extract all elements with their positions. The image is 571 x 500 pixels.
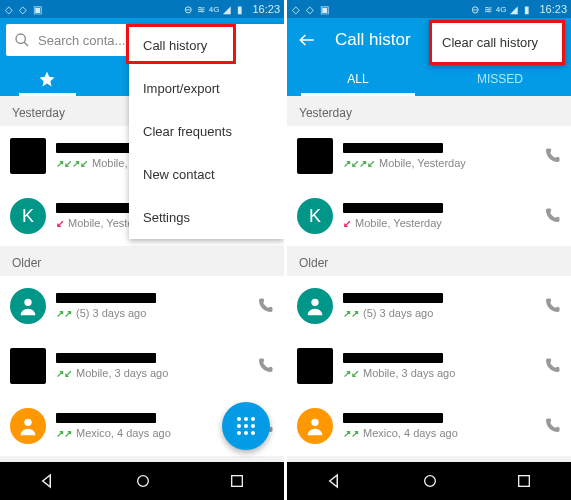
svg-point-7 (311, 419, 318, 426)
page-title: Call histor (335, 30, 411, 50)
nav-back-icon[interactable] (326, 472, 344, 490)
location-icon: ◇ (291, 4, 301, 14)
search-placeholder: Search conta... (38, 33, 125, 48)
menu-item-settings[interactable]: Settings (129, 196, 284, 239)
call-direction-icons: ↙ (343, 218, 351, 229)
signal-icon: ◢ (222, 4, 232, 14)
contact-name-redacted (343, 293, 443, 303)
phone-icon[interactable] (256, 296, 274, 316)
vibrate-icon: ≋ (483, 4, 493, 14)
call-direction-icons: ↗↙ (56, 368, 72, 379)
call-row[interactable]: ↗↙ Mobile, 3 days ago (0, 336, 284, 396)
svg-point-0 (16, 34, 25, 43)
clock: 16:23 (252, 3, 280, 15)
section-label: Yesterday (287, 96, 571, 126)
contact-name-redacted (56, 353, 156, 363)
nav-back-icon[interactable] (39, 472, 57, 490)
svg-point-8 (425, 476, 436, 487)
phone-icon[interactable] (543, 206, 561, 226)
dnd-icon: ⊖ (183, 4, 193, 14)
status-bar: ◇ ◇ ▣ ⊖ ≋ 4G ◢ ▮ 16:23 (0, 0, 284, 18)
picture-icon: ▣ (319, 4, 329, 14)
dnd-icon: ⊖ (470, 4, 480, 14)
svg-point-3 (24, 419, 31, 426)
call-row[interactable]: ↗↗ (5) 3 days ago (0, 276, 284, 336)
nav-recents-icon[interactable] (516, 473, 532, 489)
tab-favorites[interactable] (0, 62, 95, 96)
dialpad-icon (237, 417, 255, 435)
avatar (10, 348, 46, 384)
phone-icon[interactable] (543, 416, 561, 436)
avatar (10, 288, 46, 324)
menu-item-clear-frequents[interactable]: Clear frequents (129, 110, 284, 153)
phone-icon[interactable] (543, 296, 561, 316)
call-meta: ↗↗ (5) 3 days ago (56, 307, 256, 319)
avatar (297, 138, 333, 174)
call-row[interactable]: ↗↙ Mobile, 3 days ago (287, 336, 571, 396)
search-icon (14, 32, 30, 48)
call-row[interactable]: ↗↗ (5) 3 days ago (287, 276, 571, 336)
call-meta: ↗↙↗↙ Mobile, Yesterday (343, 157, 543, 169)
signal-icon: ◢ (509, 4, 519, 14)
svg-line-1 (24, 42, 28, 46)
android-navbar (0, 462, 284, 500)
menu-item-clear-call-history[interactable]: Clear call history (429, 20, 565, 65)
network-label: 4G (209, 5, 220, 14)
call-meta: ↙ Mobile, Yesterday (343, 217, 543, 229)
call-meta: ↗↗ Mexico, 4 days ago (343, 427, 543, 439)
clock: 16:23 (539, 3, 567, 15)
phone-icon[interactable] (256, 356, 274, 376)
call-row[interactable]: ↗↙↗↙ Mobile, Yesterday (287, 126, 571, 186)
call-meta: ↗↙ Mobile, 3 days ago (56, 367, 256, 379)
call-direction-icons: ↗↙↗↙ (343, 158, 375, 169)
phone-icon[interactable] (543, 356, 561, 376)
avatar (10, 138, 46, 174)
section-label: Older (0, 246, 284, 276)
contact-name-redacted (343, 413, 443, 423)
avatar (297, 288, 333, 324)
call-direction-icons: ↙ (56, 218, 64, 229)
call-direction-icons: ↗↙↗↙ (56, 158, 88, 169)
call-direction-icons: ↗↗ (56, 428, 72, 439)
history-tabs: ALL MISSED (287, 62, 571, 96)
avatar (10, 408, 46, 444)
svg-point-4 (138, 476, 149, 487)
call-list: Yesterday↗↙↗↙ Mobile, YesterdayK↙ Mobile… (287, 96, 571, 461)
star-icon (38, 70, 56, 88)
avatar: K (10, 198, 46, 234)
dialpad-fab[interactable] (222, 402, 270, 450)
battery-icon: ▮ (235, 4, 245, 14)
call-direction-icons: ↗↗ (343, 308, 359, 319)
nav-recents-icon[interactable] (229, 473, 245, 489)
call-direction-icons: ↗↗ (343, 428, 359, 439)
android-navbar (287, 462, 571, 500)
status-bar: ◇ ◇ ▣ ⊖ ≋ 4G ◢ ▮ 16:23 (287, 0, 571, 18)
menu-label: Clear call history (442, 35, 538, 50)
back-arrow-icon[interactable] (297, 30, 317, 50)
location-icon: ◇ (305, 4, 315, 14)
menu-item-import-export[interactable]: Import/export (129, 67, 284, 110)
tutorial-highlight (126, 24, 236, 64)
call-meta: ↗↗ (5) 3 days ago (343, 307, 543, 319)
contact-name-redacted (343, 203, 443, 213)
phone-icon[interactable] (543, 146, 561, 166)
nav-home-icon[interactable] (422, 473, 438, 489)
location-icon: ◇ (4, 4, 14, 14)
svg-rect-5 (232, 476, 243, 487)
avatar: K (297, 198, 333, 234)
tab-missed[interactable]: MISSED (429, 62, 571, 96)
contact-name-redacted (343, 353, 443, 363)
avatar (297, 408, 333, 444)
menu-item-new-contact[interactable]: New contact (129, 153, 284, 196)
contact-name-redacted (56, 293, 156, 303)
nav-home-icon[interactable] (135, 473, 151, 489)
contact-name-redacted (343, 143, 443, 153)
call-direction-icons: ↗↗ (56, 308, 72, 319)
phone-left-screenshot: ◇ ◇ ▣ ⊖ ≋ 4G ◢ ▮ 16:23 Search conta... C… (0, 0, 284, 500)
svg-point-6 (311, 299, 318, 306)
avatar (297, 348, 333, 384)
call-row[interactable]: ↗↗ Mexico, 4 days ago (287, 396, 571, 456)
tab-all[interactable]: ALL (287, 62, 429, 96)
svg-rect-9 (519, 476, 530, 487)
call-row[interactable]: K↙ Mobile, Yesterday (287, 186, 571, 246)
